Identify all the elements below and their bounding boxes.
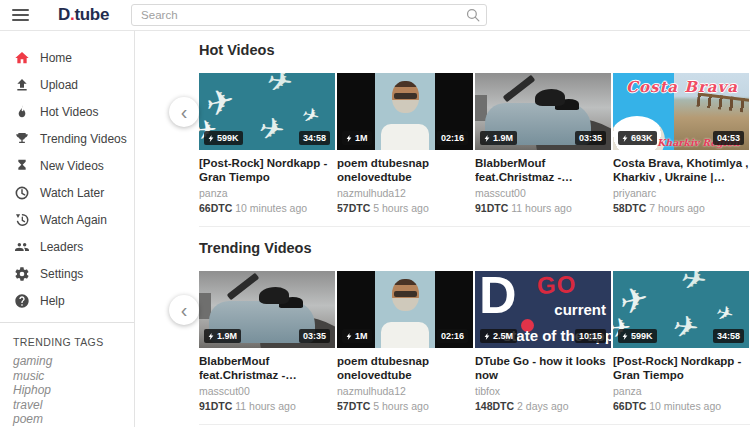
video-row: ‹ 599K 34:58 [Post-Rock] Nordkapp - Gran… bbox=[199, 73, 750, 214]
views-count: 1.9M bbox=[217, 331, 237, 341]
video-author[interactable]: tibfox bbox=[475, 385, 611, 397]
duration-badge: 10:15 bbox=[575, 329, 606, 343]
search-input[interactable] bbox=[131, 4, 487, 26]
sidebar-item-watch-again[interactable]: Watch Again bbox=[0, 206, 134, 233]
trending-tag[interactable]: poem bbox=[0, 412, 134, 427]
video-card[interactable]: 1M 02:16 poem dtubesnap onelovedtube naz… bbox=[337, 73, 473, 214]
video-meta: 91DTC11 hours ago bbox=[475, 202, 611, 214]
sidebar-item-watch-later[interactable]: Watch Later bbox=[0, 179, 134, 206]
video-thumbnail[interactable]: 693K 04:53 Costa BravaKharkiv Region bbox=[613, 73, 749, 150]
thumb-shape bbox=[381, 322, 429, 348]
video-title[interactable]: [Post-Rock] Nordkapp - Gran Tiempo bbox=[199, 157, 335, 184]
video-card[interactable]: 599K 34:58 [Post-Rock] Nordkapp - Gran T… bbox=[613, 271, 749, 412]
views-count: 2.5M bbox=[493, 331, 513, 341]
video-thumbnail[interactable]: 1.9M 03:35 bbox=[199, 271, 335, 348]
sidebar-item-label: Settings bbox=[40, 267, 83, 281]
video-thumbnail[interactable]: 1M 02:16 bbox=[337, 271, 473, 348]
sidebar-item-upload[interactable]: Upload bbox=[0, 71, 134, 98]
thumb-shape bbox=[259, 287, 289, 304]
video-author[interactable]: panza bbox=[613, 385, 749, 397]
trending-tag[interactable]: travel bbox=[0, 398, 134, 413]
video-title[interactable]: DTube Go - how it looks now bbox=[475, 355, 611, 382]
video-thumbnail[interactable]: 599K 34:58 bbox=[199, 73, 335, 150]
video-duration: 34:58 bbox=[717, 331, 740, 341]
search-icon[interactable] bbox=[465, 7, 481, 23]
duration-badge: 34:58 bbox=[713, 329, 744, 343]
trophy-icon bbox=[14, 131, 30, 147]
thumb-overlay-text: current bbox=[554, 301, 606, 318]
video-title[interactable]: poem dtubesnap onelovedtube bbox=[337, 157, 473, 184]
menu-icon[interactable] bbox=[12, 5, 40, 25]
video-age: 10 minutes ago bbox=[649, 400, 721, 412]
thumb-shape bbox=[381, 124, 429, 150]
carousel-prev-button[interactable]: ‹ bbox=[169, 97, 199, 127]
video-thumbnail[interactable]: 2.5M 10:15 DGOcurrentstate of the app bbox=[475, 271, 611, 348]
video-section: Trending Videos ‹ 1.9M 03:35 BlabberMouf… bbox=[199, 226, 750, 424]
video-title[interactable]: [Post-Rock] Nordkapp - Gran Tiempo bbox=[613, 355, 749, 382]
sidebar: Home Upload Hot Videos Trending Videos N… bbox=[0, 31, 135, 427]
video-card[interactable]: 1.9M 03:35 BlabberMouf feat.Christmaz - … bbox=[199, 271, 335, 412]
sidebar-item-trending-videos[interactable]: Trending Videos bbox=[0, 125, 134, 152]
thumb-shape bbox=[227, 273, 260, 301]
video-title[interactable]: BlabberMouf feat.Christmaz - InstantFlav… bbox=[475, 157, 611, 184]
video-dtc: 91DTC bbox=[199, 400, 232, 412]
hot-icon bbox=[14, 104, 30, 120]
video-card[interactable]: 2.5M 10:15 DGOcurrentstate of the app DT… bbox=[475, 271, 611, 412]
thumb-shape bbox=[503, 75, 536, 103]
video-card[interactable]: 1.9M 03:35 BlabberMouf feat.Christmaz - … bbox=[475, 73, 611, 214]
views-count: 599K bbox=[631, 331, 653, 341]
video-dtc: 91DTC bbox=[475, 202, 508, 214]
sidebar-item-label: Help bbox=[40, 294, 65, 308]
bolt-icon bbox=[346, 332, 352, 341]
video-thumbnail[interactable]: 599K 34:58 bbox=[613, 271, 749, 348]
trending-tag[interactable]: Hiphop bbox=[0, 383, 134, 398]
video-age: 5 hours ago bbox=[373, 400, 428, 412]
video-card[interactable]: 693K 04:53 Costa BravaKharkiv Region Cos… bbox=[613, 73, 749, 214]
video-author[interactable]: masscut00 bbox=[475, 187, 611, 199]
video-title[interactable]: Costa Brava, Khotimlya , Kharkiv , Ukrai… bbox=[613, 157, 749, 184]
video-thumbnail[interactable]: 1M 02:16 bbox=[337, 73, 473, 150]
sidebar-item-leaders[interactable]: Leaders bbox=[0, 233, 134, 260]
app-header: D.tube bbox=[0, 0, 750, 31]
sidebar-item-help[interactable]: Help bbox=[0, 287, 134, 314]
thumb-overlay-text: D bbox=[479, 271, 517, 325]
video-dtc: 57DTC bbox=[337, 202, 370, 214]
video-author[interactable]: nazmulhuda12 bbox=[337, 385, 473, 397]
sidebar-item-label: Home bbox=[40, 51, 72, 65]
video-age: 11 hours ago bbox=[511, 202, 572, 214]
video-author[interactable]: masscut00 bbox=[199, 385, 335, 397]
dtube-logo[interactable]: D.tube bbox=[58, 5, 109, 25]
video-title[interactable]: BlabberMouf feat.Christmaz - InstantFlav… bbox=[199, 355, 335, 382]
video-duration: 04:53 bbox=[717, 133, 740, 143]
video-author[interactable]: nazmulhuda12 bbox=[337, 187, 473, 199]
duration-badge: 02:16 bbox=[437, 329, 468, 343]
video-author[interactable]: priyanarc bbox=[613, 187, 749, 199]
video-author[interactable]: panza bbox=[199, 187, 335, 199]
bolt-icon bbox=[622, 134, 628, 143]
main-content: Hot Videos ‹ 599K 34:58 [Post-Rock] Nord… bbox=[135, 31, 750, 427]
video-dtc: 58DTC bbox=[613, 202, 646, 214]
video-title[interactable]: poem dtubesnap onelovedtube bbox=[337, 355, 473, 382]
bolt-icon bbox=[208, 332, 214, 341]
video-age: 2 days ago bbox=[517, 400, 568, 412]
home-icon bbox=[14, 50, 30, 66]
trending-tag[interactable]: music bbox=[0, 369, 134, 384]
views-badge: 599K bbox=[618, 329, 657, 343]
sidebar-item-hot-videos[interactable]: Hot Videos bbox=[0, 98, 134, 125]
views-badge: 693K bbox=[618, 131, 657, 145]
sidebar-item-label: Watch Again bbox=[40, 213, 107, 227]
carousel-prev-button[interactable]: ‹ bbox=[169, 295, 199, 325]
video-thumbnail[interactable]: 1.9M 03:35 bbox=[475, 73, 611, 150]
views-badge: 599K bbox=[204, 131, 243, 145]
trending-tag[interactable]: gaming bbox=[0, 354, 134, 369]
sidebar-item-home[interactable]: Home bbox=[0, 44, 134, 71]
views-count: 599K bbox=[217, 133, 239, 143]
video-meta: 66DTC10 minutes ago bbox=[199, 202, 335, 214]
video-card[interactable]: 599K 34:58 [Post-Rock] Nordkapp - Gran T… bbox=[199, 73, 335, 214]
sidebar-item-settings[interactable]: Settings bbox=[0, 260, 134, 287]
sidebar-item-new-videos[interactable]: New Videos bbox=[0, 152, 134, 179]
clock-icon bbox=[14, 185, 30, 201]
video-card[interactable]: 1M 02:16 poem dtubesnap onelovedtube naz… bbox=[337, 271, 473, 412]
sidebar-item-label: Upload bbox=[40, 78, 78, 92]
duration-badge: 04:53 bbox=[713, 131, 744, 145]
